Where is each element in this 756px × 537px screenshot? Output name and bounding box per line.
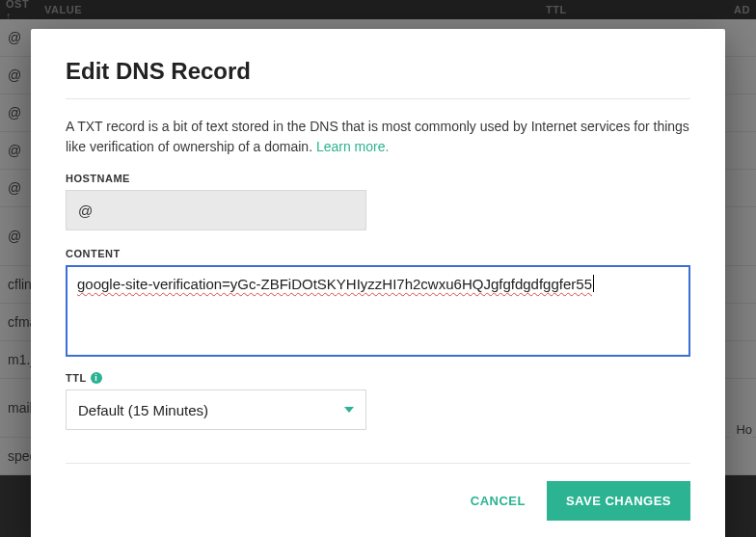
content-label: CONTENT: [66, 248, 690, 259]
hostname-label: HOSTNAME: [66, 173, 690, 184]
ttl-select[interactable]: Default (15 Minutes): [66, 389, 366, 430]
divider: [66, 98, 690, 99]
cancel-button[interactable]: CANCEL: [471, 494, 526, 508]
info-icon[interactable]: i: [91, 372, 102, 384]
modal-overlay[interactable]: Edit DNS Record A TXT record is a bit of…: [0, 0, 756, 537]
modal-title: Edit DNS Record: [66, 58, 690, 85]
chevron-down-icon: [344, 407, 354, 413]
ttl-value: Default (15 Minutes): [78, 402, 208, 418]
hostname-input[interactable]: @: [66, 190, 366, 230]
modal-footer: CANCEL SAVE CHANGES: [66, 463, 690, 521]
ttl-label-text: TTL: [66, 372, 87, 384]
learn-more-link[interactable]: Learn more.: [316, 139, 389, 154]
modal-description: A TXT record is a bit of text stored in …: [66, 117, 690, 157]
content-textarea[interactable]: google-site-verification=yGc-ZBFiDOtSKYH…: [66, 265, 690, 357]
save-changes-button[interactable]: SAVE CHANGES: [547, 481, 690, 521]
edit-dns-record-modal: Edit DNS Record A TXT record is a bit of…: [31, 29, 725, 537]
ttl-label: TTL i: [66, 372, 690, 384]
hostname-value: @: [78, 202, 93, 219]
text-cursor: [593, 275, 594, 292]
content-value: google-site-verification=yGc-ZBFiDOtSKYH…: [77, 276, 592, 292]
